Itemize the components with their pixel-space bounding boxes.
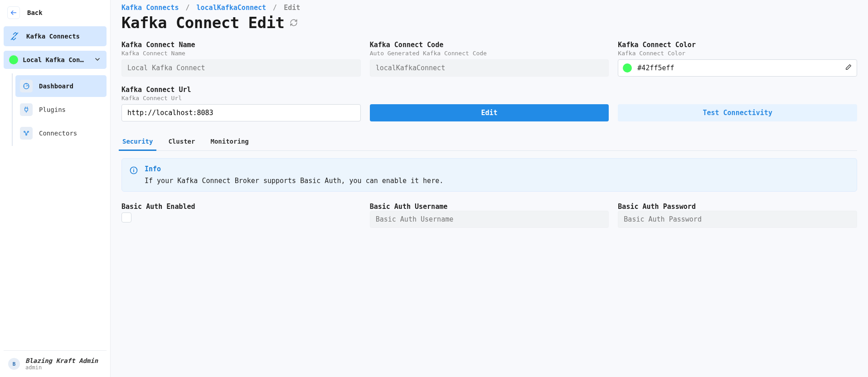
- code-input: [370, 59, 609, 77]
- refresh-icon[interactable]: [290, 19, 298, 27]
- color-value: #42ff5eff: [637, 64, 674, 72]
- breadcrumb-cluster[interactable]: localKafkaConnect: [197, 4, 267, 12]
- sidebar-footer: B Blazing Kraft Admin admin: [4, 350, 107, 377]
- tab-monitoring[interactable]: Monitoring: [209, 134, 249, 150]
- test-connectivity-button[interactable]: Test Connectivity: [618, 104, 857, 121]
- pencil-icon[interactable]: [845, 63, 852, 72]
- basic-auth-username-input[interactable]: [370, 211, 609, 228]
- sidebar-item-dashboard[interactable]: Dashboard: [15, 75, 107, 97]
- field-basic-auth-enabled: Basic Auth Enabled: [121, 203, 361, 222]
- breadcrumb: Kafka Connects / localKafkaConnect / Edi…: [121, 4, 857, 12]
- plugin-icon: [9, 31, 20, 42]
- back-arrow-icon: [7, 6, 20, 19]
- basic-auth-enabled-checkbox[interactable]: [121, 213, 131, 222]
- plug-icon: [20, 103, 33, 116]
- field-basic-auth-username: Basic Auth Username: [370, 203, 609, 228]
- kafka-connects-label: Kafka Connects: [26, 33, 80, 40]
- sidebar-kafka-connects-button[interactable]: Kafka Connects: [4, 26, 107, 46]
- breadcrumb-root[interactable]: Kafka Connects: [121, 4, 179, 12]
- footer-user-role: admin: [25, 364, 98, 371]
- field-name: Kafka Connect Name Kafka Connect Name: [121, 41, 361, 77]
- page-title: Kafka Connect Edit: [121, 14, 857, 32]
- cluster-status-dot: [9, 55, 18, 64]
- info-body: If your Kafka Connect Broker supports Ba…: [145, 177, 443, 185]
- field-basic-auth-password: Basic Auth Password: [618, 203, 857, 228]
- basic-auth-password-input[interactable]: [618, 211, 857, 228]
- tabs: Security Cluster Monitoring: [121, 134, 857, 151]
- dashboard-icon: [20, 80, 33, 92]
- tab-cluster[interactable]: Cluster: [167, 134, 196, 150]
- avatar[interactable]: B: [8, 358, 20, 370]
- footer-user-name: Blazing Kraft Admin: [25, 357, 98, 364]
- info-icon: [129, 166, 138, 175]
- cluster-name: Local Kafka Conne…: [23, 56, 87, 63]
- breadcrumb-current: Edit: [284, 4, 300, 12]
- back-label: Back: [27, 9, 43, 16]
- connector-icon: [20, 127, 33, 140]
- field-code: Kafka Connect Code Auto Generated Kafka …: [370, 41, 609, 77]
- field-url: Kafka Connect Url Kafka Connect Url: [121, 86, 361, 121]
- sidebar-item-label: Plugins: [39, 106, 66, 113]
- tab-security[interactable]: Security: [121, 134, 154, 150]
- color-swatch: [623, 63, 632, 72]
- sidebar-subnav: Dashboard Plugins Connectors: [12, 73, 107, 146]
- sidebar-item-label: Dashboard: [39, 82, 73, 90]
- sidebar: Back Kafka Connects Local Kafka Conne… D…: [0, 0, 111, 377]
- sidebar-item-plugins[interactable]: Plugins: [15, 99, 107, 121]
- color-input[interactable]: #42ff5eff: [618, 59, 857, 77]
- chevron-down-icon: [94, 56, 101, 64]
- edit-button[interactable]: Edit: [370, 104, 609, 121]
- info-box: Info If your Kafka Connect Broker suppor…: [121, 158, 857, 192]
- info-title: Info: [145, 165, 443, 173]
- sidebar-item-label: Connectors: [39, 130, 77, 137]
- url-input[interactable]: [121, 104, 361, 121]
- back-button[interactable]: Back: [4, 4, 107, 22]
- main-content: Kafka Connects / localKafkaConnect / Edi…: [111, 0, 868, 377]
- sidebar-item-connectors[interactable]: Connectors: [15, 122, 107, 144]
- name-input: [121, 59, 361, 77]
- sidebar-cluster-selector[interactable]: Local Kafka Conne…: [4, 51, 107, 69]
- field-color: Kafka Connect Color Kafka Connect Color …: [618, 41, 857, 77]
